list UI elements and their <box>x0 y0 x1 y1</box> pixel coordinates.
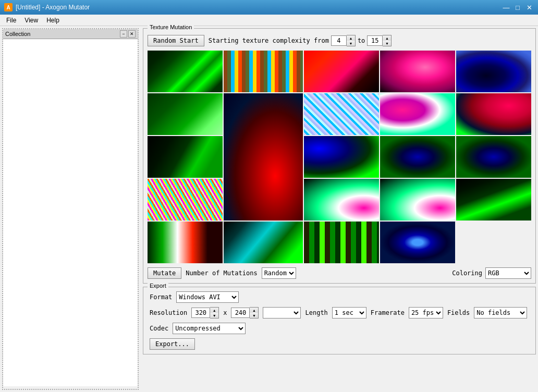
res-x-label: x <box>223 309 227 316</box>
complexity-from-spinbox: ▲ ▼ <box>331 35 356 46</box>
collection-title: Collection <box>5 31 30 37</box>
res-h-input[interactable] <box>231 308 250 318</box>
title-bar-left: A [Untitled] - Axogon Mutator <box>4 3 90 11</box>
num-mutations-select[interactable]: Random 1 2 4 8 <box>262 267 296 279</box>
random-start-button[interactable]: Random Start <box>148 35 204 46</box>
right-panel: Texture Mutation Random Start Starting t… <box>141 26 538 392</box>
texture-top-controls: Random Start Starting texture complexity… <box>148 35 531 46</box>
collection-header-buttons: − ✕ <box>120 30 136 38</box>
complexity-to-down[interactable]: ▼ <box>383 41 391 46</box>
texture-thumb-6[interactable] <box>148 93 223 135</box>
window-title: [Untitled] - Axogon Mutator <box>16 4 90 11</box>
close-button[interactable]: ✕ <box>524 3 534 12</box>
complexity-label: Starting texture complexity from <box>209 37 329 44</box>
texture-mutation-label: Texture Mutation <box>148 24 194 30</box>
texture-thumb-19[interactable] <box>148 222 223 263</box>
title-bar-controls: — □ ✕ <box>502 3 534 12</box>
texture-thumb-13[interactable] <box>380 136 455 178</box>
texture-thumb-14[interactable] <box>456 136 531 178</box>
collection-panel: Collection − ✕ <box>2 28 139 390</box>
texture-thumb-1[interactable] <box>148 51 223 92</box>
res-w-spinbox: ▲ ▼ <box>191 307 219 318</box>
res-h-up[interactable]: ▲ <box>250 308 258 313</box>
texture-thumb-center[interactable] <box>224 93 303 220</box>
restore-button[interactable]: □ <box>513 3 522 12</box>
framerate-label: Framerate <box>371 309 405 316</box>
app-icon: A <box>4 3 13 11</box>
res-h-down[interactable]: ▼ <box>250 313 258 318</box>
export-res-row: Resolution ▲ ▼ x ▲ ▼ <box>150 307 529 318</box>
texture-thumb-9[interactable] <box>380 93 455 135</box>
minimize-button[interactable]: — <box>502 3 511 12</box>
complexity-from-arrows: ▲ ▼ <box>347 35 356 46</box>
export-group-label: Export <box>148 283 168 289</box>
codec-label: Codec <box>150 325 168 332</box>
texture-thumb-16[interactable] <box>304 179 379 220</box>
complexity-from-up[interactable]: ▲ <box>347 35 355 41</box>
complexity-control: Starting texture complexity from ▲ ▼ to … <box>209 35 392 46</box>
texture-thumb-15[interactable] <box>148 179 223 220</box>
fields-select[interactable]: No fields Upper first Lower first <box>474 307 527 318</box>
res-preset-select[interactable]: 320x240 640x480 720x576 <box>263 307 301 318</box>
texture-thumb-10[interactable] <box>456 93 531 135</box>
menu-bar: File View Help <box>0 15 538 26</box>
texture-thumb-3[interactable] <box>304 51 379 92</box>
menu-help[interactable]: Help <box>42 16 64 25</box>
texture-thumb-2[interactable] <box>224 51 303 92</box>
collection-minimize-button[interactable]: − <box>120 30 127 38</box>
complexity-to-input[interactable] <box>367 35 383 46</box>
export-group: Export Format Windows AVI Image Sequence… <box>143 287 536 354</box>
texture-thumb-17[interactable] <box>380 179 455 220</box>
res-w-up[interactable]: ▲ <box>210 308 218 313</box>
res-h-arrows: ▲ ▼ <box>250 307 259 318</box>
texture-thumb-21[interactable] <box>304 222 379 263</box>
texture-thumb-11[interactable] <box>148 136 223 178</box>
menu-file[interactable]: File <box>2 16 20 25</box>
texture-thumb-12[interactable] <box>304 136 379 178</box>
texture-thumb-20[interactable] <box>224 222 303 263</box>
export-button-row: Export... <box>150 338 529 350</box>
complexity-to-label: to <box>358 37 365 44</box>
texture-mutation-group: Texture Mutation Random Start Starting t… <box>143 28 536 284</box>
collection-close-button[interactable]: ✕ <box>128 30 136 38</box>
res-w-down[interactable]: ▼ <box>210 313 218 318</box>
export-format-row: Format Windows AVI Image Sequence <box>150 291 529 303</box>
export-button[interactable]: Export... <box>150 338 195 350</box>
format-select[interactable]: Windows AVI Image Sequence <box>176 291 239 303</box>
res-h-spinbox: ▲ ▼ <box>231 307 259 318</box>
texture-thumb-8[interactable] <box>304 93 379 135</box>
texture-thumb-4[interactable] <box>380 51 455 92</box>
texture-thumb-22[interactable] <box>380 222 455 263</box>
main-layout: Collection − ✕ Texture Mutation Random S… <box>0 26 538 392</box>
complexity-to-up[interactable]: ▲ <box>383 35 391 41</box>
texture-thumb-5[interactable] <box>456 51 531 92</box>
fields-label: Fields <box>447 309 470 316</box>
menu-view[interactable]: View <box>20 16 42 25</box>
coloring-label: Coloring <box>452 270 482 277</box>
complexity-to-spinbox: ▲ ▼ <box>367 35 392 46</box>
length-label: Length <box>305 309 327 316</box>
title-bar: A [Untitled] - Axogon Mutator — □ ✕ <box>0 0 538 15</box>
complexity-from-input[interactable] <box>331 35 347 46</box>
resolution-label: Resolution <box>150 309 187 316</box>
num-mutations-label: Number of Mutations <box>186 270 257 277</box>
mutation-right-controls: Coloring RGB HSV Grayscale <box>452 267 531 279</box>
collection-body <box>3 39 138 386</box>
framerate-select[interactable]: 25 fps 30 fps 50 fps 60 fps <box>409 307 443 318</box>
length-select[interactable]: 1 sec 2 sec 5 sec 10 sec <box>332 307 366 318</box>
coloring-select[interactable]: RGB HSV Grayscale <box>485 267 531 279</box>
mutate-button[interactable]: Mutate <box>148 267 181 279</box>
texture-thumb-18[interactable] <box>456 179 531 220</box>
codec-select[interactable]: Uncompressed DivX Xvid <box>173 323 246 334</box>
export-codec-row: Codec Uncompressed DivX Xvid <box>150 323 529 334</box>
res-w-arrows: ▲ ▼ <box>210 307 219 318</box>
complexity-from-down[interactable]: ▼ <box>347 41 355 46</box>
format-label: Format <box>150 293 172 301</box>
collection-header: Collection − ✕ <box>3 29 138 39</box>
texture-grid <box>148 51 531 263</box>
complexity-to-arrows: ▲ ▼ <box>383 35 392 46</box>
res-w-input[interactable] <box>191 308 210 318</box>
mutation-controls: Mutate Number of Mutations Random 1 2 4 … <box>148 267 531 279</box>
mutation-left-controls: Mutate Number of Mutations Random 1 2 4 … <box>148 267 296 279</box>
